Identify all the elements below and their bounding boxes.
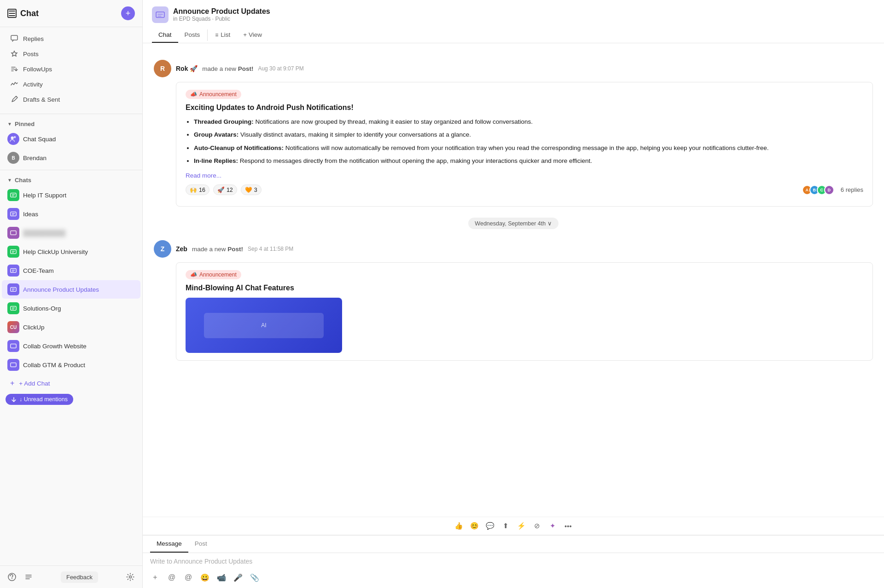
sidebar-header: Chat +	[0, 0, 142, 27]
main-content: Announce Product Updates in EPD Squads ·…	[143, 0, 884, 588]
sparkle-toolbar-icon[interactable]: ✦	[547, 520, 558, 532]
posts-icon	[10, 50, 18, 58]
tab-list[interactable]: ≡ List	[209, 28, 237, 43]
divider-1	[0, 114, 142, 114]
chat-item-help-clickup[interactable]: Help ClickUp University	[2, 242, 140, 261]
reaction-2[interactable]: 🚀 12	[213, 184, 237, 195]
emoji-toolbar-icon[interactable]: 😊	[468, 520, 480, 532]
collab-growth-name: Collab Growth Website	[23, 343, 87, 350]
svg-rect-1	[9, 13, 15, 14]
input-tab-message[interactable]: Message	[150, 536, 188, 553]
help-clickup-name: Help ClickUp University	[23, 248, 88, 255]
attach-action-icon[interactable]: 📎	[249, 571, 261, 583]
tab-view[interactable]: + View	[237, 28, 268, 43]
svg-point-16	[129, 576, 132, 578]
divider-2	[0, 170, 142, 170]
unread-mentions-badge[interactable]: ↓ Unread mentions	[6, 394, 73, 405]
comment-toolbar-icon[interactable]: 💬	[484, 520, 496, 532]
message-2-card: 📣 Announcement Mind-Blowing AI Chat Feat…	[176, 262, 873, 361]
tab-view-label: + View	[243, 31, 262, 38]
nav-item-activity[interactable]: Activity	[3, 77, 140, 92]
pinned-item-brendan[interactable]: B Brendan	[2, 149, 140, 167]
help-icon[interactable]	[6, 571, 18, 583]
nav-item-posts[interactable]: Posts	[3, 46, 140, 61]
reaction-3[interactable]: 🧡 3	[241, 184, 262, 195]
chat-item-collab-gtm[interactable]: Collab GTM & Product	[2, 356, 140, 374]
pinned-item-chat-squad[interactable]: Chat Squad	[2, 130, 140, 148]
input-area: Message Post Write to Announce Product U…	[143, 535, 884, 588]
chat-item-coe-team[interactable]: COE-Team	[2, 261, 140, 280]
reaction-1[interactable]: 🙌 16	[186, 184, 209, 195]
gif-action-icon[interactable]: 😀	[199, 571, 211, 583]
channel-name: Announce Product Updates	[173, 7, 270, 16]
nav-item-drafts-label: Drafts & Sent	[23, 96, 60, 103]
message-1-meta: R Rok 🚀 made a new Post! Aug 30 at 9:07 …	[154, 60, 873, 77]
date-pill[interactable]: Wednesday, September 4th ∨	[468, 218, 558, 229]
plus-action-icon[interactable]: +	[149, 571, 161, 583]
announcement-badge-1: 📣 Announcement	[186, 90, 241, 99]
msg-2-author: Zeb	[176, 245, 187, 253]
followups-icon	[10, 65, 18, 73]
svg-rect-10	[11, 269, 16, 273]
post-image: AI	[186, 298, 342, 353]
lightning-toolbar-icon[interactable]: ⚡	[515, 520, 527, 532]
pinned-section-label: Pinned	[15, 121, 35, 127]
tab-divider	[207, 29, 208, 41]
sidebar-scroll: Replies Posts FollowUps Activity	[0, 27, 142, 565]
list-icon[interactable]	[22, 571, 35, 583]
bullet-4: In-line Replies: Respond to messages dir…	[194, 156, 863, 166]
chat-item-blurred[interactable]: ██████████	[2, 224, 140, 242]
video-action-icon[interactable]: 📹	[215, 571, 227, 583]
chat-item-ideas[interactable]: Ideas	[2, 205, 140, 223]
chat-item-clickup[interactable]: CU ClickUp	[2, 318, 140, 336]
read-more-link[interactable]: Read more...	[186, 172, 221, 179]
nav-item-drafts[interactable]: Drafts & Sent	[3, 92, 140, 107]
thumbs-up-toolbar-icon[interactable]: 👍	[453, 520, 465, 532]
nav-item-activity-label: Activity	[23, 81, 43, 88]
nav-item-replies[interactable]: Replies	[3, 31, 140, 46]
message-2-meta: Z Zeb made a new Post! Sep 4 at 11:58 PM	[154, 240, 873, 258]
settings-icon[interactable]	[124, 571, 137, 583]
ideas-avatar	[7, 208, 19, 220]
svg-rect-13	[11, 344, 16, 348]
replies-icon	[10, 35, 18, 43]
mic-action-icon[interactable]: 🎤	[232, 571, 244, 583]
input-tab-post[interactable]: Post	[188, 536, 214, 553]
chat-item-help-it[interactable]: Help IT Support	[2, 186, 140, 204]
channel-avatar	[152, 6, 169, 23]
svg-rect-12	[11, 306, 16, 311]
reply-count[interactable]: 6 replies	[841, 186, 863, 193]
add-chat-button[interactable]: +	[121, 6, 135, 20]
collab-gtm-avatar	[7, 359, 19, 371]
sidebar-title-text: Chat	[20, 9, 39, 18]
no-toolbar-icon[interactable]: ⊘	[531, 520, 543, 532]
channel-sub: in EPD Squads · Public	[173, 16, 270, 22]
sidebar-menu-icon	[7, 9, 17, 18]
clickup-name: ClickUp	[23, 324, 45, 331]
pinned-section-header[interactable]: ▼ Pinned	[0, 117, 142, 129]
mention-action-icon[interactable]: @	[166, 571, 178, 583]
footer-icons	[6, 571, 35, 583]
chat-squad-name: Chat Squad	[23, 136, 56, 143]
nav-item-followups[interactable]: FollowUps	[3, 62, 140, 76]
tab-posts[interactable]: Posts	[178, 28, 207, 43]
more-toolbar-icon[interactable]: •••	[562, 520, 574, 532]
share-toolbar-icon[interactable]: ⬆	[500, 520, 512, 532]
msg-1-time: Aug 30 at 9:07 PM	[258, 65, 303, 72]
chat-item-announce[interactable]: Announce Product Updates	[2, 280, 140, 299]
tab-posts-label: Posts	[185, 31, 200, 38]
emoji-action-icon[interactable]: @	[182, 571, 194, 583]
post-1-title: Exciting Updates to Android Push Notific…	[186, 104, 863, 112]
blurred-avatar	[7, 227, 19, 239]
add-chat-nav[interactable]: + + Add Chat	[3, 376, 140, 391]
chat-item-collab-growth[interactable]: Collab Growth Website	[2, 337, 140, 355]
channel-header: Announce Product Updates in EPD Squads ·…	[143, 0, 884, 43]
brendan-name: Brendan	[23, 155, 47, 161]
tab-chat[interactable]: Chat	[152, 28, 178, 43]
chats-section-header[interactable]: ▼ Chats	[0, 173, 142, 185]
feedback-button[interactable]: Feedback	[61, 571, 98, 583]
input-tab-post-label: Post	[195, 540, 207, 547]
drafts-icon	[10, 95, 18, 104]
chat-item-solutions-org[interactable]: Solutions-Org	[2, 299, 140, 317]
svg-rect-6	[11, 193, 16, 197]
